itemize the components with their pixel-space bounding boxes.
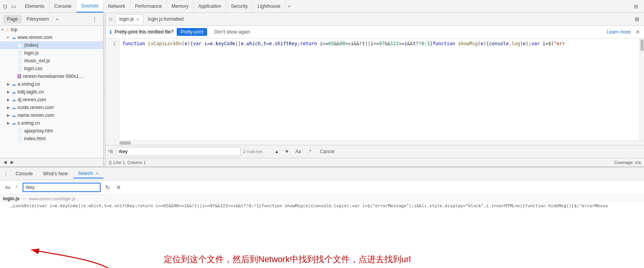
h-scroll-thumb	[119, 141, 131, 145]
tree-item-dj-renren[interactable]: ▶☁dj.renren.com	[0, 96, 103, 104]
bs-case-btn[interactable]: Aa	[3, 184, 12, 190]
code-text: function isCapsLockOn(e){var i=e.keyCode…	[119, 39, 639, 140]
sub-toolbar: Page Filesystem » ⋮	[0, 13, 103, 26]
format-icon[interactable]: {}	[109, 160, 112, 165]
annotation-arrow	[0, 236, 156, 268]
code-panel-back-icon[interactable]: ⊡	[107, 16, 114, 22]
pretty-print-banner: ℹ Pretty-print this minified file? Prett…	[106, 26, 644, 39]
code-panel: ⊡ login.js ✕ login.js:formatted ⊞ ℹ Pret…	[106, 13, 644, 166]
search-ab-icon: ᴬB	[108, 149, 113, 154]
code-v-scrollbar[interactable]	[639, 39, 644, 140]
toolbar-icons: ⊡ ▭	[2, 3, 17, 10]
code-panel-expand-btn[interactable]: ⊞	[632, 15, 642, 23]
info-icon: ℹ	[110, 29, 112, 35]
tab-search[interactable]: Search ✕	[73, 169, 103, 178]
search-next-btn[interactable]: ▼	[283, 148, 291, 155]
sidebar-right-arrow[interactable]: ▶	[9, 159, 16, 166]
banner-close-btn[interactable]: ✕	[635, 29, 640, 35]
tab-page[interactable]: Page	[3, 15, 22, 23]
bs-clear-btn[interactable]: ✕	[115, 183, 122, 191]
tree-item-login-css[interactable]: 📄login.css	[0, 65, 103, 72]
search-results: login.js — www.renren.com/login.js…LockO…	[0, 195, 644, 236]
tree-item-renren-banner[interactable]: 🖼renren-homebanner-560x1…	[0, 72, 103, 80]
tree-item-ajaxproxy[interactable]: 📄ajaxproxy.htm	[0, 127, 103, 135]
sidebar-left-arrow[interactable]: ◀	[2, 159, 9, 166]
learn-more-link[interactable]: Learn more	[607, 29, 631, 35]
main-tab-list: ElementsConsoleSourcesNetworkPerformance…	[20, 0, 286, 12]
bottom-search-options: Aa *	[3, 184, 20, 190]
code-scroll-area: 1 function isCapsLockOn(e){var i=e.keyCo…	[106, 39, 644, 140]
code-tab-login-js[interactable]: login.js ✕	[115, 14, 144, 24]
search-cancel-btn[interactable]: Cancel	[316, 148, 338, 155]
tab-elements[interactable]: Elements	[20, 0, 50, 12]
device-icon[interactable]: ▭	[10, 3, 17, 10]
bs-word-btn[interactable]: *	[14, 184, 19, 190]
search-case-btn[interactable]: Aa	[293, 148, 303, 155]
pretty-print-text: Pretty-print this minified file?	[115, 29, 174, 35]
line-numbers: 1	[106, 39, 119, 140]
tree-item-www-renren[interactable]: ▾☁www.renren.com	[0, 34, 103, 41]
tab-memory[interactable]: Memory	[167, 0, 193, 12]
status-coverage: Coverage: n/a	[614, 160, 641, 165]
tree-item-index-html[interactable]: 📄index.html	[0, 135, 103, 143]
tree-item-name-renren[interactable]: ▶☁name.renren.com	[0, 111, 103, 119]
bottom-search-bar: Aa * ↻ ✕	[0, 180, 644, 195]
tab-application[interactable]: Application	[193, 0, 226, 12]
tree-item-a-xnimg[interactable]: ▶☁a.xnimg.cn	[0, 80, 103, 88]
inspect-icon[interactable]: ⊡	[2, 3, 9, 10]
tab-console[interactable]: Console	[11, 169, 37, 178]
search-result-line[interactable]: …LockOn(e){var i=e.keyCode||e.which,t=e.…	[0, 203, 644, 209]
code-tab-close[interactable]: ✕	[136, 17, 139, 21]
search-result-file[interactable]: login.js — www.renren.com/login.js	[0, 195, 644, 203]
dismiss-btn[interactable]: Don't show again	[210, 28, 254, 36]
tab-security[interactable]: Security	[226, 0, 253, 12]
tab-performance[interactable]: Performance	[130, 0, 167, 12]
bottom-drag-handle[interactable]: ⋮	[3, 171, 9, 177]
pretty-print-btn[interactable]: Pretty-print	[177, 28, 208, 36]
code-line-1: function isCapsLockOn(e){var i=e.keyCode…	[122, 40, 636, 47]
code-content: 1 function isCapsLockOn(e){var i=e.keyCo…	[106, 39, 644, 145]
tab-network[interactable]: Network	[103, 0, 130, 12]
annotation-text: 定位到这个文件，然后到Network中找到找个文件，点进去找到url	[164, 254, 411, 265]
search-regex-btn[interactable]: .*	[306, 148, 314, 155]
status-position: Line 1, Column 1	[113, 160, 145, 165]
code-tabs: ⊡ login.js ✕ login.js:formatted ⊞	[106, 13, 644, 26]
code-h-scroll[interactable]	[106, 140, 644, 145]
search-prev-btn[interactable]: ▲	[273, 148, 280, 155]
sidebar: Page Filesystem » ⋮ ▾▷top▾☁www.renren.co…	[0, 13, 103, 166]
tab-filesystem[interactable]: Filesystem	[23, 15, 53, 23]
tree-item-login-js[interactable]: 📄login.js	[0, 49, 103, 57]
tree-item-index[interactable]: 📄(index)	[0, 41, 103, 49]
tab-console[interactable]: Console	[50, 0, 76, 12]
code-search-bar: ᴬB 2 matches ▲ ▼ Aa .* Cancel	[106, 145, 644, 158]
expand-panel-icon[interactable]: ⊞	[632, 3, 639, 10]
tree-item-bdtj-tagtic[interactable]: ▶☁bdtj.tagtic.cn	[0, 88, 103, 96]
code-tab-label: login.js	[119, 16, 134, 22]
status-bar: {} Line 1, Column 1 Coverage: n/a	[106, 158, 644, 166]
bottom-search-input[interactable]	[23, 183, 101, 192]
tab-sources[interactable]: Sources	[76, 0, 103, 12]
code-tab-formatted[interactable]: login.js:formatted	[144, 14, 188, 24]
more-tabs-btn[interactable]: »	[286, 4, 293, 9]
bs-refresh-btn[interactable]: ↻	[104, 183, 112, 191]
annotation-area: 定位到这个文件，然后到Network中找到找个文件，点进去找到url	[0, 236, 644, 268]
search-match-count: 2 matches	[243, 149, 270, 154]
tab-whats-new[interactable]: What's New	[38, 169, 73, 178]
status-bar-left: {} Line 1, Column 1	[109, 160, 146, 165]
more-sub-tabs[interactable]: »	[53, 16, 61, 22]
tree-item-icode-renren[interactable]: ▶☁icode.renren.com	[0, 104, 103, 111]
sidebar-bottom-bar: ◀ ▶	[0, 158, 103, 166]
main-toolbar: ⊡ ▭ ElementsConsoleSourcesNetworkPerform…	[0, 0, 644, 13]
sidebar-tree: ▾▷top▾☁www.renren.com📄(index)📄login.js📄m…	[0, 26, 103, 158]
code-search-input[interactable]	[116, 147, 241, 156]
bottom-tabs: ⋮ Console What's New Search ✕	[0, 168, 644, 180]
tab-lighthouse[interactable]: Lighthouse	[253, 0, 286, 12]
tree-item-top[interactable]: ▾▷top	[0, 26, 103, 34]
tree-item-s-xnimg[interactable]: ▶☁s.xnimg.cn	[0, 119, 103, 127]
code-tab-formatted-label: login.js:formatted	[148, 16, 183, 22]
bottom-panel: ⋮ Console What's New Search ✕ Aa * ↻ ✕ l…	[0, 167, 644, 236]
search-tab-close[interactable]: ✕	[96, 171, 99, 176]
tree-item-music-ext[interactable]: 📄music_ext.js	[0, 57, 103, 65]
sidebar-menu-btn[interactable]: ⋮	[90, 15, 100, 23]
